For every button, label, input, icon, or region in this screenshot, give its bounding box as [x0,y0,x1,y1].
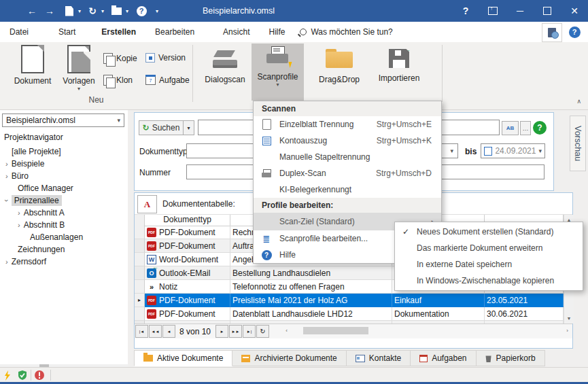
tab-papierkorb[interactable]: Papierkorb [477,350,545,366]
tree-item-beispiele[interactable]: Beispiele [5,158,44,170]
ribbon-toggle-icon[interactable] [479,0,506,22]
tree-item-buero[interactable]: Büro [5,170,29,182]
hscroll-thumb[interactable] [303,327,368,334]
titlebar-help-icon[interactable] [452,0,479,22]
quick-help-icon[interactable]: ? [133,0,150,22]
scroll-left-icon[interactable] [281,325,292,336]
expander-icon[interactable] [18,221,20,229]
clone-icon [103,75,113,86]
expander-icon[interactable] [5,258,8,266]
table-row-selected[interactable]: ▸ PDF-Dokument Preisliste Mai 2021 der H… [135,294,572,307]
customize-toolbar-icon[interactable] [154,0,160,22]
table-hscrollbar[interactable] [281,325,572,336]
more-options-button[interactable]: … [520,121,531,135]
tab-datei[interactable]: Datei [0,22,38,42]
dragdrop-button[interactable]: Drag&Drop [311,45,368,99]
minimize-icon[interactable] [506,0,534,22]
next-page-button[interactable] [229,325,242,338]
menu-item-manuelle-stapeltrennung[interactable]: Manuelle Stapeltrennung [254,149,441,165]
ab-wordlist-button[interactable]: AB [502,121,519,135]
remote-support-button[interactable] [542,23,562,42]
open-folder-icon[interactable] [109,0,124,22]
tree-item-alle-projekte[interactable]: [alle Projekte] [12,145,61,158]
first-record-button[interactable] [135,325,148,338]
scroll-down-icon[interactable]: ▼ [564,313,574,324]
archive-select[interactable]: Beispielarchiv.omsl [2,114,124,127]
template-icon [67,45,90,73]
collapse-ribbon-icon[interactable] [576,98,581,105]
date-chevron-icon [538,147,542,154]
suchen-split-button[interactable]: Suchen [139,120,194,135]
new-document-icon[interactable] [63,0,76,22]
tree-item-office-manager[interactable]: Office Manager [18,182,73,194]
vorlagen-button[interactable]: Vorlagen [58,45,99,99]
tree-item-abschnitt-a[interactable]: Abschnitt A [18,207,65,219]
prior-record-button[interactable] [162,325,175,338]
forward-icon[interactable] [41,0,58,22]
open-folder-chevron-icon[interactable] [124,0,131,22]
menu-item-kontoauszug[interactable]: Kontoauszug Strg+Umsch+K [254,133,441,149]
date-checkbox[interactable] [484,147,492,156]
refresh-chevron-icon[interactable] [99,0,106,22]
archive-icon [241,355,250,362]
importieren-button[interactable]: Importieren [370,45,428,99]
tree-item-aussenanlagen[interactable]: Außenanlagen [30,231,83,243]
close-icon[interactable] [561,0,588,22]
dokument-button[interactable]: Dokument [12,45,53,99]
table-row[interactable]: PDF-Dokument Datenblatt Landhausdiele LH… [135,307,572,321]
expander-icon[interactable] [18,209,20,217]
prior-page-button[interactable] [149,325,162,338]
next-record-button[interactable] [215,325,228,338]
dokumenttyp-chevron-icon [450,147,453,154]
menu-item-einzelblatt-trennung[interactable]: Einzelblatt Trennung Strg+Umsch+E [254,116,441,133]
expander-icon[interactable] [5,172,8,180]
refresh-icon[interactable] [86,0,99,22]
kopie-button[interactable]: Kopie [103,53,137,64]
header-dokumenttyp[interactable]: Dokumenttyp [145,215,230,226]
tree-item-abschnitt-b[interactable]: Abschnitt B [18,219,65,231]
aufgabe-button[interactable]: Aufgabe [145,75,190,85]
ribbon-tab-bar: Datei Start Erstellen Bearbeiten Ansicht… [0,22,588,42]
preview-tab[interactable]: Vorschau [570,116,586,171]
date-to-picker[interactable]: 24.09.2021 [481,143,545,158]
scroll-right-icon[interactable] [562,325,572,336]
submenu-item-zwischenablage[interactable]: In Windows-Zwischenablage kopieren [395,273,583,289]
tab-ansicht[interactable]: Ansicht [213,22,259,42]
help-button[interactable]: ? [565,23,584,41]
tree-item-zernsdorf[interactable]: Zernsdorf [5,256,46,268]
submenu-item-dokument-erweitern[interactable]: Das markierte Dokument erweitern [395,240,583,256]
expander-icon[interactable] [5,160,8,168]
menu-item-ki-belegerkennung[interactable]: KI-Belegerkennungt [254,181,441,198]
tab-kontakte[interactable]: Kontakte [347,350,411,366]
klon-button[interactable]: Klon [103,75,133,86]
scanprofile-button[interactable]: Scanprofile [252,43,304,101]
maximize-icon[interactable] [534,0,561,22]
tab-aufgaben[interactable]: Aufgaben [411,350,476,366]
tab-start[interactable]: Start [49,22,85,42]
submenu-item-neues-dokument[interactable]: ✓ Neues Dokument erstellen (Standard) [395,224,583,240]
expander-icon[interactable] [5,196,8,205]
new-document-chevron-icon[interactable] [76,0,83,22]
adobe-pdf-button[interactable]: A [137,195,157,213]
tell-me-search[interactable]: Was möchten Sie tun? [300,27,392,37]
tree-item-zeichnungen[interactable]: Zeichnungen [18,243,65,256]
help-icon: ? [569,27,581,38]
version-button[interactable]: Version [145,53,186,63]
back-icon[interactable] [23,0,41,22]
search-help-button[interactable]: ? [533,121,547,135]
refresh-records-button[interactable] [256,325,269,338]
tab-aktive-dokumente[interactable]: Aktive Dokumente [134,350,232,366]
last-record-button[interactable] [243,325,256,338]
menu-item-duplex-scan[interactable]: Duplex-Scan Strg+Umsch+D [254,165,441,181]
tab-archivierte-dokumente[interactable]: Archivierte Dokumente [232,350,346,366]
bis-label: bis [465,147,477,156]
archive-select-chevron-icon [117,117,120,124]
dialogscan-button[interactable]: Dialogscan [200,45,250,99]
tree-item-prinzenallee[interactable]: Prinzenallee [5,194,62,207]
suchen-chevron-icon[interactable] [184,120,194,135]
lightning-status-icon [3,370,12,381]
tab-bearbeiten[interactable]: Bearbeiten [145,22,204,42]
submenu-item-externe-datei[interactable]: In externe Datei speichern [395,256,583,273]
tab-hilfe[interactable]: Hilfe [259,22,294,42]
tab-erstellen[interactable]: Erstellen [92,20,145,44]
